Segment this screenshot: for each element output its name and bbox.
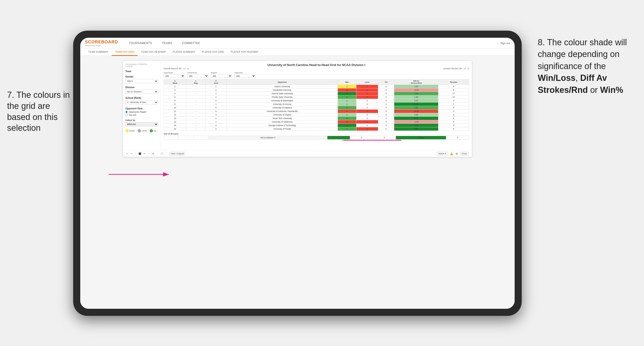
cell-diff: 2.33 (394, 113, 438, 117)
cell-tie: 0 (378, 117, 394, 120)
colour-by-select[interactable]: Win/Loss (125, 122, 158, 126)
cell-rank: 16 (164, 127, 186, 131)
grid-records: Overall Record: 89 - 17 - 0 Division Rec… (164, 67, 469, 70)
table-row: 4 - 1 Arizona State University 5 1 0 2.2… (164, 92, 469, 95)
tab-player-h2h-heatmap[interactable]: PLAYER H2H HEATMAP (228, 49, 262, 56)
table-row: 10 - 5 University of Alabama 3 0 0 2.61 … (164, 106, 469, 110)
col-rank: #Rank (164, 79, 186, 85)
table-row: 2 - 1 Auburn University 2 1 0 1.67 9 (164, 85, 469, 88)
toolbar-icon-6[interactable]: ⊞ (456, 152, 458, 155)
out-rank (164, 136, 179, 140)
cell-reg: - (186, 106, 206, 110)
cell-conf: 1 (205, 103, 227, 106)
cell-win: 1 (338, 103, 356, 106)
watch-button[interactable]: Watch ▾ (437, 152, 448, 156)
radio-opponents-played[interactable]: Opponents Played (125, 111, 158, 113)
cell-diff: 1.83 (394, 95, 438, 99)
cell-opponent: Auburn University (227, 85, 338, 88)
cell-win: 2 (338, 85, 356, 88)
cell-win: 1 (338, 113, 356, 117)
division-select[interactable]: NCAA Division I (125, 90, 158, 94)
opponent-label: Opponent (234, 72, 256, 74)
cell-conf: 2 (205, 88, 227, 92)
col-conf: #Conf (205, 79, 227, 85)
cell-diff: 2.61 (394, 106, 438, 110)
toolbar-icon-3[interactable]: ⋯ (148, 153, 150, 155)
out-conf (194, 136, 208, 140)
cell-reg (186, 88, 206, 92)
cell-reg: - (186, 99, 206, 103)
cell-tie: 0 (378, 106, 394, 110)
cell-diff: -2.29 (394, 88, 438, 92)
cell-reg: - (186, 124, 206, 127)
toolbar-icon-1[interactable]: ⬛ (138, 153, 141, 155)
main-card: Last Updated: 27/03/2024 16:55:38 Team G… (123, 61, 472, 157)
tab-team-summary[interactable]: TEAM SUMMARY (85, 49, 112, 56)
col-diff: Diff AvStrokes/Rnd (394, 79, 438, 85)
colour-by-section: Colour by Win/Loss (125, 119, 158, 126)
cell-conf: 3 (205, 113, 227, 117)
cell-rounds: 8 (438, 88, 469, 92)
tab-player-summary[interactable]: PLAYER SUMMARY (169, 49, 199, 56)
col-opponent: Opponent (227, 79, 338, 85)
share-button[interactable]: Share (460, 152, 468, 156)
cell-opponent: University of Arizona (227, 103, 338, 106)
cell-tie: 0 (378, 127, 394, 131)
table-row: 15 - 4 Georgia Institute of Technology 5… (164, 124, 469, 127)
toolbar-icon-2[interactable]: ✂ (144, 153, 146, 155)
gender-select[interactable]: Men's (125, 79, 158, 83)
radio-top-100[interactable]: Top 100 (125, 114, 158, 116)
cell-tie: 0 (378, 99, 394, 103)
cell-tie: 0 (378, 124, 394, 127)
legend-down: Down (125, 129, 135, 133)
tab-team-h2h-grid[interactable]: TEAM H2H GRID (112, 49, 138, 56)
cell-loss: 2 (356, 95, 378, 99)
cell-loss: 1 (356, 85, 378, 88)
nav-committee[interactable]: COMMITTEE (181, 40, 202, 46)
sign-out-button[interactable]: Sign out (498, 42, 510, 44)
nav-teams[interactable]: TEAMS (160, 40, 174, 46)
cell-conf: 5 (205, 106, 227, 110)
region-label: Region (211, 72, 232, 74)
school-select[interactable]: 1. University of Nort... (125, 100, 158, 104)
cell-tie: 0 (378, 88, 394, 92)
toolbar-icon-4[interactable]: ⊕ (152, 153, 154, 155)
undo-icon[interactable]: ↩ (126, 153, 128, 155)
cell-loss: 1 (356, 127, 378, 131)
clock-icon[interactable]: 🕐 (160, 153, 163, 155)
region-select[interactable]: (All) (211, 74, 232, 78)
table-row: 8 - 2 University of Washington 1 0 0 3.6… (164, 99, 469, 103)
data-table: #Rank #Reg #Conf Opponent Win Loss Tie D… (164, 79, 469, 131)
cell-diff: -4.33 (394, 110, 438, 113)
cell-conf: 1 (205, 92, 227, 95)
cell-conf: 2 (205, 95, 227, 99)
cell-rounds: 3 (438, 99, 469, 103)
toolbar-icon-5[interactable]: 🔔 (450, 152, 453, 155)
radio-group: Opponents Played Top 100 (125, 111, 158, 116)
sidebar: Last Updated: 27/03/2024 16:55:38 Team G… (123, 61, 161, 150)
cell-loss: 0 (356, 117, 378, 120)
tab-team-h2h-heatmap[interactable]: TEAM H2H HEATMAP (138, 49, 169, 56)
nav-tournaments[interactable]: TOURNAMENTS (128, 40, 154, 46)
cell-reg: - (186, 113, 206, 117)
out-of-division: Out of division NCAA Division II 1 (164, 133, 469, 140)
redo-icon[interactable]: ↪ (130, 153, 132, 155)
view-original-button[interactable]: View: Original (169, 152, 185, 156)
table-header-row: #Rank #Reg #Conf Opponent Win Loss Tie D… (164, 79, 469, 85)
cell-rounds: 8 (438, 106, 469, 110)
tab-player-h2h-grid[interactable]: PLAYER H2H GRID (199, 49, 228, 56)
cell-reg: - (186, 110, 206, 113)
table-row: 14 - 1 University of Oklahoma 0 1 0 -1.0… (164, 120, 469, 124)
cell-win: 5 (338, 124, 356, 127)
opponents-select[interactable]: (All) (164, 74, 185, 78)
opponent-select[interactable]: (All) (234, 74, 256, 78)
last-updated: Last Updated: 27/03/2024 16:55:38 (125, 63, 158, 67)
team-section: Team (125, 70, 158, 73)
cell-rounds: 12 (438, 95, 469, 99)
opponent-filter: Opponent (All) (234, 72, 256, 78)
conference-filter: Conference (All) (187, 72, 208, 78)
division-label: Division (125, 86, 158, 89)
division-section: Division NCAA Division I (125, 86, 158, 94)
conference-select[interactable]: (All) (187, 74, 208, 78)
cell-opponent: Texas Tech University (227, 117, 338, 120)
